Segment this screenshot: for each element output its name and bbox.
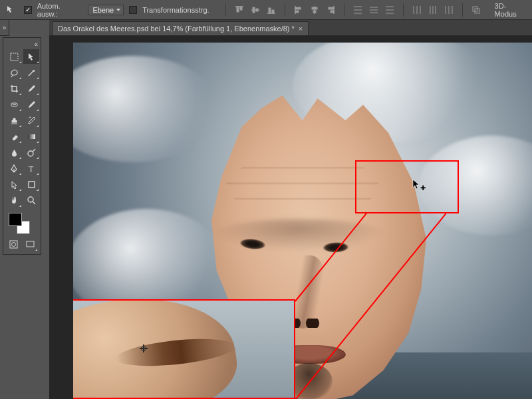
foreground-color-swatch[interactable] — [9, 213, 22, 226]
document-tab[interactable]: Das Orakel des Meeres.psd bei 14,7% (Far… — [52, 21, 309, 35]
svg-rect-16 — [329, 7, 334, 9]
svg-rect-2 — [240, 7, 242, 10]
eyedropper-tool[interactable] — [23, 81, 39, 96]
svg-rect-7 — [269, 8, 271, 13]
align-horizontal-centers-icon[interactable] — [308, 3, 321, 17]
type-tool[interactable]: T — [23, 161, 39, 176]
svg-point-50 — [12, 242, 16, 246]
svg-rect-5 — [256, 9, 258, 11]
annotation-rect-small — [355, 160, 459, 213]
distribute-horizontal-centers-icon[interactable] — [426, 3, 440, 17]
show-transform-controls-checkbox[interactable] — [129, 6, 137, 14]
tools-panel-collapse-icon[interactable]: « — [6, 41, 38, 49]
align-distribute-group — [221, 3, 483, 17]
svg-rect-4 — [253, 7, 255, 13]
path-selection-tool[interactable] — [6, 177, 22, 192]
arrange-icon[interactable] — [469, 3, 483, 17]
svg-rect-49 — [10, 241, 17, 248]
svg-rect-13 — [312, 7, 317, 9]
separator — [462, 3, 463, 17]
rectangular-marquee-tool[interactable] — [6, 49, 22, 64]
move-tool[interactable] — [23, 49, 39, 64]
svg-line-48 — [33, 201, 35, 204]
align-top-edges-icon[interactable] — [233, 3, 246, 17]
align-vertical-centers-icon[interactable] — [249, 3, 262, 17]
pen-tool[interactable] — [6, 161, 22, 176]
magic-wand-tool[interactable] — [23, 65, 39, 80]
show-transform-controls-label: Transformationsstrg. — [142, 6, 209, 14]
panel-collapse-chevron-icon[interactable]: » — [0, 20, 9, 36]
distribute-vertical-centers-icon[interactable] — [367, 3, 380, 17]
svg-rect-46 — [29, 182, 35, 188]
color-swatches[interactable] — [6, 211, 38, 234]
eraser-tool[interactable] — [6, 129, 22, 144]
distribute-top-icon[interactable] — [351, 3, 364, 17]
clone-stamp-tool[interactable] — [6, 113, 22, 128]
svg-rect-42 — [28, 134, 35, 139]
svg-rect-11 — [295, 11, 299, 13]
dodge-tool[interactable] — [23, 145, 39, 160]
target-cursor-icon — [140, 344, 148, 352]
align-bottom-edges-icon[interactable] — [265, 3, 278, 17]
crop-tool[interactable] — [6, 81, 22, 96]
align-left-edges-icon[interactable] — [292, 3, 305, 17]
svg-rect-1 — [237, 7, 239, 12]
auto-select-checkbox[interactable] — [24, 6, 32, 14]
svg-point-47 — [28, 197, 33, 202]
gradient-tool[interactable] — [23, 129, 39, 144]
align-right-edges-icon[interactable] — [324, 3, 337, 17]
move-tool-indicator-icon — [4, 3, 19, 17]
distribute-left-icon[interactable] — [410, 3, 424, 17]
options-bar: Autom. ausw.: Ebene Transformationsstrg.… — [0, 0, 532, 20]
svg-rect-51 — [27, 241, 34, 247]
svg-rect-10 — [295, 7, 301, 9]
healing-brush-tool[interactable] — [6, 97, 22, 112]
svg-point-39 — [33, 70, 35, 71]
separator — [285, 3, 285, 17]
svg-point-43 — [28, 151, 33, 156]
svg-rect-17 — [331, 11, 334, 13]
svg-text:T: T — [29, 164, 34, 174]
distribute-right-icon[interactable] — [442, 3, 456, 17]
shape-tool[interactable] — [23, 177, 39, 192]
document-tab-title: Das Orakel des Meeres.psd bei 14,7% (Far… — [58, 25, 295, 33]
separator — [225, 3, 226, 17]
close-icon[interactable]: × — [299, 25, 303, 33]
screen-mode-toggle[interactable] — [23, 237, 38, 251]
hand-tool[interactable] — [6, 193, 22, 207]
tools-panel: « T — [3, 37, 41, 255]
separator — [403, 3, 404, 17]
separator — [344, 3, 344, 17]
canvas-workspace: ✚ — [49, 36, 532, 399]
svg-rect-14 — [313, 11, 316, 13]
history-brush-tool[interactable] — [23, 113, 39, 128]
blur-tool[interactable] — [6, 145, 22, 160]
document-tab-bar: Das Orakel des Meeres.psd bei 14,7% (Far… — [49, 20, 532, 36]
svg-rect-38 — [11, 53, 18, 61]
mode-3d-label: 3D-Modus — [495, 2, 528, 18]
annotation-rect-large — [73, 299, 295, 399]
move-cursor-icon: ✚ — [412, 179, 422, 192]
document-canvas[interactable]: ✚ — [73, 43, 532, 399]
artwork-cloud — [73, 56, 219, 162]
svg-rect-8 — [272, 10, 274, 13]
lasso-tool[interactable] — [6, 65, 22, 80]
zoom-tool[interactable] — [23, 193, 39, 207]
svg-line-44 — [33, 149, 35, 152]
artwork-detail — [213, 219, 386, 252]
auto-select-target-dropdown[interactable]: Ebene — [88, 5, 124, 15]
quick-mask-toggle[interactable] — [6, 237, 21, 251]
brush-tool[interactable] — [23, 97, 39, 112]
distribute-bottom-icon[interactable] — [383, 3, 396, 17]
auto-select-label: Autom. ausw.: — [37, 2, 83, 18]
